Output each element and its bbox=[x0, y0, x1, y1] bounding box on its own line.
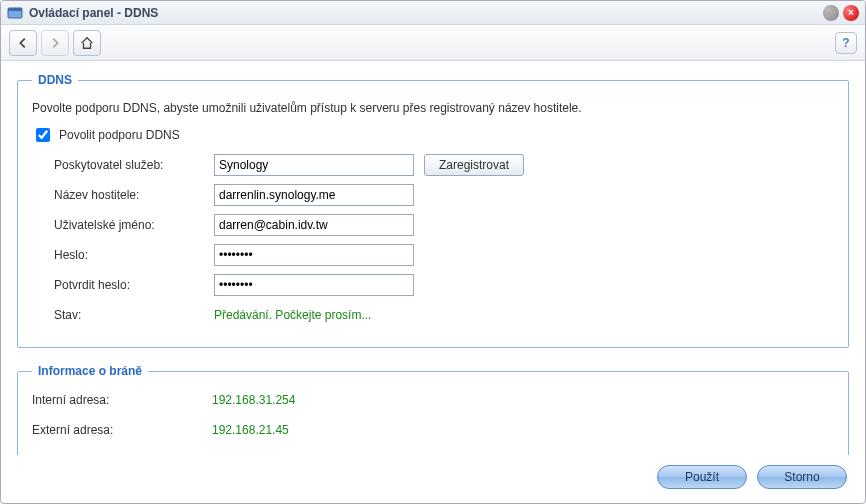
svg-rect-1 bbox=[8, 8, 22, 11]
cancel-button[interactable]: Storno bbox=[757, 465, 847, 489]
password-label: Heslo: bbox=[54, 248, 214, 262]
help-button[interactable]: ? bbox=[835, 32, 857, 54]
gateway-legend: Informace o bráně bbox=[32, 364, 148, 378]
enable-ddns-label: Povolit podporu DDNS bbox=[59, 128, 180, 142]
window-title: Ovládací panel - DDNS bbox=[29, 6, 823, 20]
hostname-input[interactable] bbox=[214, 184, 414, 206]
external-address-label: Externí adresa: bbox=[32, 423, 212, 437]
confirm-password-label: Potvrdit heslo: bbox=[54, 278, 214, 292]
ddns-legend: DDNS bbox=[32, 73, 78, 87]
status-label: Stav: bbox=[54, 308, 214, 322]
external-address-value: 192.168.21.45 bbox=[212, 423, 289, 437]
gateway-fieldset: Informace o bráně Interní adresa: 192.16… bbox=[17, 364, 849, 455]
minimize-button[interactable] bbox=[823, 5, 839, 21]
confirm-password-input[interactable] bbox=[214, 274, 414, 296]
apply-button[interactable]: Použít bbox=[657, 465, 747, 489]
forward-button[interactable] bbox=[41, 30, 69, 56]
ddns-fieldset: DDNS Povolte podporu DDNS, abyste umožni… bbox=[17, 73, 849, 348]
register-button[interactable]: Zaregistrovat bbox=[424, 154, 524, 176]
window-controls: × bbox=[823, 5, 859, 21]
username-input[interactable] bbox=[214, 214, 414, 236]
footer-buttons: Použít Storno bbox=[1, 455, 865, 503]
app-icon bbox=[7, 5, 23, 21]
provider-label: Poskytovatel služeb: bbox=[54, 158, 214, 172]
provider-select[interactable]: Synology bbox=[214, 154, 414, 176]
toolbar: ? bbox=[1, 25, 865, 61]
ddns-description: Povolte podporu DDNS, abyste umožnili už… bbox=[32, 101, 834, 115]
internal-address-label: Interní adresa: bbox=[32, 393, 212, 407]
password-input[interactable] bbox=[214, 244, 414, 266]
control-panel-window: Ovládací panel - DDNS × ? DDNS Povolte p… bbox=[0, 0, 866, 504]
home-button[interactable] bbox=[73, 30, 101, 56]
internal-address-value: 192.168.31.254 bbox=[212, 393, 295, 407]
enable-ddns-checkbox[interactable] bbox=[36, 128, 50, 142]
username-label: Uživatelské jméno: bbox=[54, 218, 214, 232]
back-button[interactable] bbox=[9, 30, 37, 56]
status-value: Předávání. Počkejte prosím... bbox=[214, 308, 371, 322]
hostname-label: Název hostitele: bbox=[54, 188, 214, 202]
enable-ddns-row: Povolit podporu DDNS bbox=[32, 125, 834, 145]
titlebar: Ovládací panel - DDNS × bbox=[1, 1, 865, 25]
close-button[interactable]: × bbox=[843, 5, 859, 21]
content-area: DDNS Povolte podporu DDNS, abyste umožni… bbox=[1, 61, 865, 455]
